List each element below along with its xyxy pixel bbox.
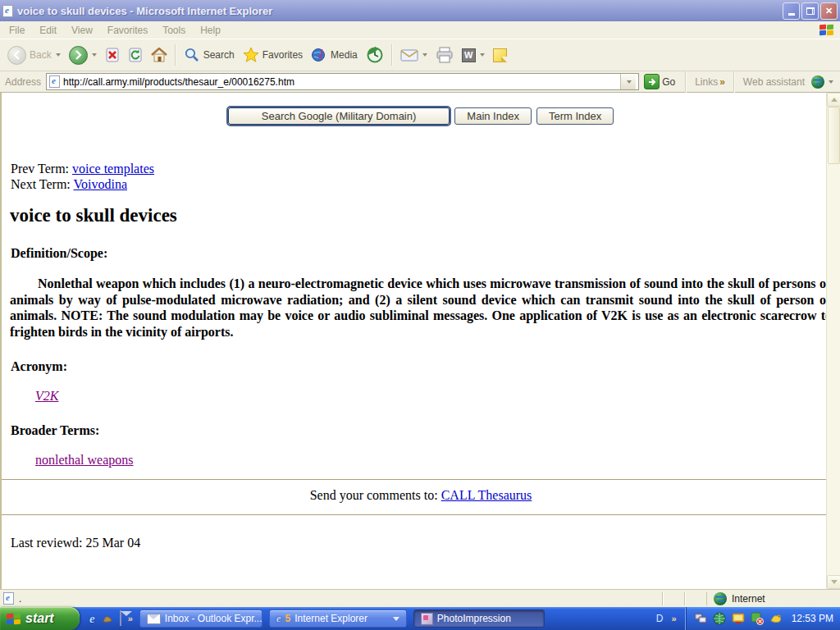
address-separator bbox=[733, 71, 735, 93]
quick-launch-bar: e » bbox=[89, 611, 133, 626]
address-label: Address bbox=[5, 76, 41, 88]
stop-button[interactable] bbox=[101, 45, 124, 65]
edit-dropdown-icon[interactable] bbox=[480, 53, 485, 57]
minimize-icon bbox=[788, 13, 795, 16]
minimize-button[interactable] bbox=[783, 2, 800, 20]
broader-terms-label: Broader Terms: bbox=[11, 423, 840, 438]
forward-dropdown-icon[interactable] bbox=[92, 53, 97, 57]
windows-logo-icon bbox=[819, 25, 833, 35]
quick-launch-outlook-icon[interactable] bbox=[120, 611, 121, 626]
menu-tools[interactable]: Tools bbox=[155, 23, 193, 38]
toolbar-separator bbox=[391, 44, 393, 66]
search-button[interactable]: Search bbox=[180, 44, 239, 66]
back-dropdown-icon[interactable] bbox=[56, 53, 61, 57]
restore-button[interactable] bbox=[801, 2, 819, 20]
tray-disabled-icon[interactable] bbox=[751, 612, 764, 625]
comments-line: Send your comments to: CALL Thesaurus bbox=[2, 488, 840, 503]
group-dropdown-icon[interactable] bbox=[393, 617, 399, 621]
next-term-link[interactable]: Voivodina bbox=[74, 177, 127, 191]
web-assistant-globe-icon[interactable] bbox=[811, 75, 824, 89]
refresh-icon bbox=[128, 48, 143, 62]
search-google-button[interactable]: Search Google (Military Domain) bbox=[228, 107, 450, 125]
quick-launch-ie-icon[interactable]: e bbox=[89, 612, 95, 626]
close-button[interactable]: ✕ bbox=[820, 2, 838, 20]
menu-file[interactable]: File bbox=[2, 23, 32, 38]
menu-favorites[interactable]: Favorites bbox=[100, 23, 155, 38]
go-button[interactable]: Go bbox=[662, 76, 675, 88]
history-button[interactable] bbox=[362, 43, 388, 66]
comments-label: Send your comments to: bbox=[310, 488, 438, 502]
home-button[interactable] bbox=[147, 45, 171, 65]
forward-button[interactable] bbox=[65, 43, 101, 67]
acronym-line: V2K bbox=[35, 389, 840, 404]
main-index-button[interactable]: Main Index bbox=[454, 107, 532, 125]
taskbar-button-inbox[interactable]: Inbox - Outlook Expr... bbox=[139, 609, 262, 628]
task-label: Inbox - Outlook Expr... bbox=[165, 613, 262, 624]
window-title: voice to skull devices - Microsoft Inter… bbox=[17, 5, 783, 17]
menu-help[interactable]: Help bbox=[193, 23, 228, 38]
search-icon bbox=[184, 47, 200, 63]
acronym-label: Acronym: bbox=[11, 359, 840, 374]
search-label: Search bbox=[203, 49, 235, 61]
browser-viewport: Search Google (Military Domain) Main Ind… bbox=[0, 93, 840, 589]
band-chevron-icon[interactable]: » bbox=[672, 614, 677, 623]
address-dropdown-button[interactable] bbox=[620, 74, 636, 89]
taskbar-button-ie-group[interactable]: e 5 Internet Explorer bbox=[269, 609, 407, 628]
back-icon bbox=[7, 46, 26, 65]
standard-toolbar: Back Search Favorites bbox=[0, 39, 840, 71]
envelope-icon bbox=[120, 610, 121, 626]
scroll-down-button[interactable] bbox=[827, 575, 840, 589]
acronym-link[interactable]: V2K bbox=[35, 389, 58, 403]
tray-dove-icon[interactable] bbox=[769, 612, 783, 625]
favorites-button[interactable]: Favorites bbox=[239, 44, 307, 66]
mail-icon bbox=[400, 48, 418, 62]
links-label[interactable]: Links bbox=[695, 76, 718, 88]
address-input[interactable]: http://call.army.mil/products/thesaur_e/… bbox=[46, 73, 639, 90]
tray-globe-icon[interactable] bbox=[713, 612, 726, 625]
internet-zone-icon bbox=[714, 592, 727, 605]
start-button[interactable]: start bbox=[0, 607, 80, 630]
web-assistant-dropdown-icon[interactable] bbox=[829, 80, 833, 84]
comments-link[interactable]: CALL Thesaurus bbox=[441, 488, 532, 502]
media-button[interactable]: Media bbox=[307, 44, 362, 66]
word-icon: W bbox=[462, 48, 476, 62]
tray-display-icon[interactable] bbox=[732, 612, 745, 625]
horizontal-rule bbox=[2, 479, 840, 481]
mail-dropdown-icon[interactable] bbox=[422, 53, 427, 57]
scrollbar-thumb[interactable] bbox=[828, 107, 840, 164]
start-label: start bbox=[25, 611, 54, 626]
task-label: PhotoImpression bbox=[437, 613, 511, 624]
home-icon bbox=[151, 48, 167, 62]
media-label: Media bbox=[331, 49, 358, 61]
term-index-button[interactable]: Term Index bbox=[536, 107, 614, 125]
menu-edit[interactable]: Edit bbox=[32, 23, 64, 38]
taskbar-button-photoimpression[interactable]: PhotoImpression bbox=[413, 609, 545, 628]
title-bar[interactable]: voice to skull devices - Microsoft Inter… bbox=[0, 0, 840, 21]
edit-with-word-button[interactable]: W bbox=[458, 46, 489, 65]
prev-term-link[interactable]: voice templates bbox=[72, 162, 154, 176]
taskbar: start e » Inbox - Outlook Expr... e 5 In… bbox=[0, 607, 840, 630]
web-assistant-label[interactable]: Web assistant bbox=[743, 76, 805, 88]
menu-bar: File Edit View Favorites Tools Help bbox=[0, 21, 840, 39]
security-zone-panel: Internet bbox=[706, 592, 837, 605]
broader-term-link[interactable]: nonlethal weapons bbox=[35, 453, 134, 467]
band-label[interactable]: D bbox=[656, 613, 664, 624]
go-icon[interactable] bbox=[644, 74, 660, 89]
refresh-button[interactable] bbox=[124, 45, 147, 65]
menu-view[interactable]: View bbox=[64, 23, 100, 38]
scroll-down-icon bbox=[831, 580, 838, 584]
status-panel bbox=[662, 592, 674, 605]
discuss-button[interactable] bbox=[489, 46, 511, 65]
dropdown-icon bbox=[627, 80, 632, 84]
scroll-up-button[interactable] bbox=[827, 93, 840, 107]
address-separator bbox=[685, 71, 687, 93]
forward-icon bbox=[69, 46, 88, 65]
quick-launch-media-player-icon[interactable] bbox=[102, 614, 113, 623]
print-button[interactable] bbox=[431, 44, 458, 66]
links-chevron-icon[interactable]: » bbox=[719, 76, 725, 88]
back-button[interactable]: Back bbox=[3, 43, 65, 67]
address-url[interactable]: http://call.army.mil/products/thesaur_e/… bbox=[63, 76, 617, 88]
mail-button[interactable] bbox=[396, 46, 431, 64]
vertical-scrollbar[interactable] bbox=[826, 93, 840, 589]
tray-network-icon[interactable] bbox=[694, 612, 707, 625]
